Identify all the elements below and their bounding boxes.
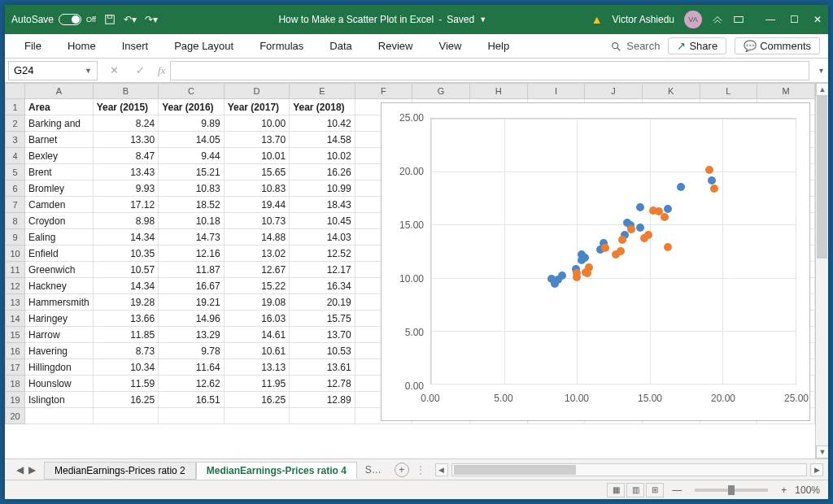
- scroll-thumb[interactable]: [817, 96, 827, 259]
- cell[interactable]: 16.26: [290, 164, 355, 180]
- row-header-13[interactable]: 13: [6, 294, 25, 311]
- cell[interactable]: 14.05: [159, 132, 225, 148]
- cell[interactable]: 18.43: [290, 197, 355, 213]
- col-header-M[interactable]: M: [757, 84, 815, 99]
- tab-help[interactable]: Help: [476, 37, 521, 55]
- column-header-cell[interactable]: Year (2016): [159, 99, 225, 115]
- scroll-down-icon[interactable]: ▼: [816, 445, 828, 458]
- cell-area[interactable]: Havering: [25, 343, 94, 359]
- cell[interactable]: 8.47: [93, 148, 159, 164]
- col-header-I[interactable]: I: [527, 84, 585, 99]
- cell[interactable]: 8.73: [93, 343, 159, 359]
- cell[interactable]: 20.19: [290, 294, 355, 311]
- row-header-12[interactable]: 12: [6, 278, 25, 294]
- row-header-19[interactable]: 19: [6, 392, 25, 408]
- data-point[interactable]: [601, 244, 609, 252]
- data-point[interactable]: [636, 224, 644, 232]
- cell[interactable]: 16.67: [159, 278, 225, 294]
- col-header-F[interactable]: F: [355, 84, 412, 99]
- hscroll-thumb[interactable]: [454, 465, 576, 475]
- row-header-8[interactable]: 8: [6, 213, 25, 229]
- cell[interactable]: 11.64: [159, 359, 225, 376]
- cell[interactable]: 11.85: [93, 327, 159, 343]
- data-point[interactable]: [618, 236, 626, 244]
- share-button[interactable]: ↗Share: [668, 37, 726, 54]
- col-header-E[interactable]: E: [290, 84, 355, 99]
- cell[interactable]: 12.52: [290, 245, 355, 262]
- cell[interactable]: 15.75: [290, 311, 355, 327]
- col-header-L[interactable]: L: [700, 84, 757, 99]
- data-point[interactable]: [582, 268, 590, 276]
- col-header-D[interactable]: D: [224, 84, 290, 99]
- data-point[interactable]: [710, 185, 718, 193]
- cell[interactable]: 10.02: [290, 148, 355, 164]
- cell[interactable]: 8.98: [93, 213, 159, 229]
- normal-view-icon[interactable]: ▦: [607, 483, 625, 497]
- cell[interactable]: 12.89: [290, 392, 355, 408]
- cell-area[interactable]: Camden: [25, 197, 94, 213]
- cell-area[interactable]: Enfield: [25, 245, 94, 262]
- scatter-chart[interactable]: 0.005.0010.0015.0020.0025.000.005.0010.0…: [381, 102, 810, 421]
- cell[interactable]: 13.70: [224, 132, 290, 148]
- cell-area[interactable]: Islington: [25, 392, 94, 408]
- cell-area[interactable]: Ealing: [25, 229, 94, 245]
- row-header-17[interactable]: 17: [6, 359, 25, 376]
- cell[interactable]: 9.93: [93, 180, 159, 197]
- cell[interactable]: 13.70: [290, 327, 355, 343]
- cell-area[interactable]: Hammersmith: [25, 294, 94, 311]
- cell[interactable]: 13.13: [224, 359, 290, 376]
- row-header-6[interactable]: 6: [6, 180, 25, 197]
- fx-icon[interactable]: fx: [153, 64, 170, 77]
- cancel-icon[interactable]: ✕: [101, 64, 127, 76]
- tab-file[interactable]: File: [13, 37, 53, 55]
- tab-data[interactable]: Data: [318, 37, 363, 55]
- sheet-more[interactable]: S…: [359, 462, 388, 478]
- cell[interactable]: 14.73: [159, 229, 225, 245]
- search-input[interactable]: Search: [610, 40, 660, 52]
- cell-area[interactable]: Hounslow: [25, 376, 94, 392]
- col-header-A[interactable]: A: [25, 84, 94, 99]
- cell-area[interactable]: Haringey: [25, 311, 94, 327]
- cell-area[interactable]: Hillingdon: [25, 359, 94, 376]
- cell[interactable]: 13.02: [224, 245, 290, 262]
- row-header-3[interactable]: 3: [6, 132, 25, 148]
- tab-formulas[interactable]: Formulas: [248, 37, 315, 55]
- cell-area[interactable]: Greenwich: [25, 262, 94, 278]
- row-header-2[interactable]: 2: [6, 115, 25, 132]
- cell-area[interactable]: Barking and: [25, 115, 94, 132]
- cell-area[interactable]: Hackney: [25, 278, 94, 294]
- cell[interactable]: 10.00: [224, 115, 290, 132]
- cell[interactable]: 18.52: [159, 197, 225, 213]
- data-point[interactable]: [705, 166, 713, 174]
- scroll-left-icon[interactable]: ◀: [435, 463, 448, 476]
- column-header-cell[interactable]: Year (2018): [290, 99, 355, 115]
- scroll-up-icon[interactable]: ▲: [816, 83, 828, 96]
- minimize-icon[interactable]: —: [765, 14, 775, 25]
- title-dropdown-icon[interactable]: ▼: [479, 15, 486, 24]
- cell[interactable]: 16.34: [290, 278, 355, 294]
- close-icon[interactable]: ✕: [813, 14, 822, 25]
- vertical-scrollbar[interactable]: ▲ ▼: [815, 83, 828, 458]
- cell[interactable]: 14.34: [93, 229, 159, 245]
- cell[interactable]: 10.53: [290, 343, 355, 359]
- sheet-tab-1[interactable]: MedianEarnings-Prices ratio 4: [196, 462, 357, 480]
- cell[interactable]: 10.35: [93, 245, 159, 262]
- sheet-prev-icon[interactable]: ◀: [16, 464, 24, 476]
- cell[interactable]: 15.22: [224, 278, 290, 294]
- cell[interactable]: 16.51: [159, 392, 225, 408]
- cell[interactable]: 11.87: [159, 262, 225, 278]
- cell[interactable]: 10.45: [290, 213, 355, 229]
- data-point[interactable]: [554, 276, 562, 284]
- cell[interactable]: 8.24: [93, 115, 159, 132]
- cell[interactable]: 15.65: [224, 164, 290, 180]
- zoom-out-icon[interactable]: —: [672, 484, 682, 496]
- page-break-icon[interactable]: ⊞: [646, 483, 664, 497]
- cell[interactable]: 12.16: [159, 245, 225, 262]
- cell[interactable]: 14.03: [290, 229, 355, 245]
- row-header-11[interactable]: 11: [6, 262, 25, 278]
- cell[interactable]: 14.88: [224, 229, 290, 245]
- col-header-B[interactable]: B: [93, 84, 159, 99]
- cell[interactable]: 13.61: [290, 359, 355, 376]
- col-header-K[interactable]: K: [642, 84, 700, 99]
- expand-formula-icon[interactable]: ▾: [814, 66, 828, 75]
